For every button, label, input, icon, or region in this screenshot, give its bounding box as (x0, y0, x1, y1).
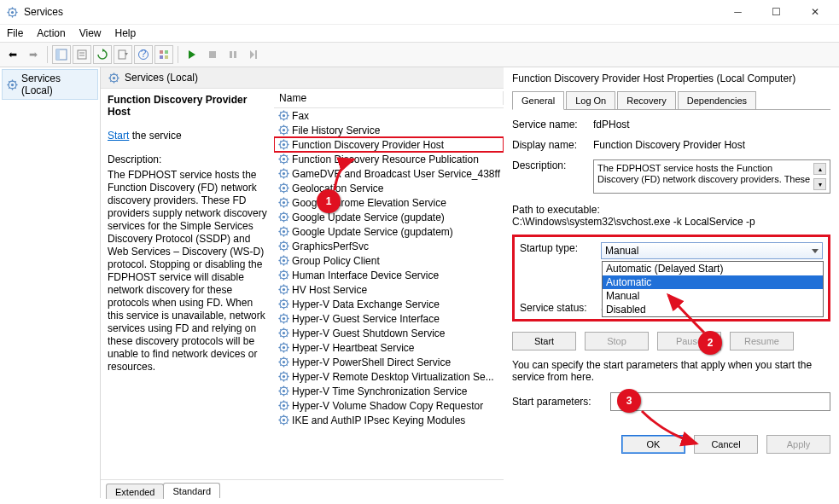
service-row[interactable]: Geolocation Service (274, 181, 504, 195)
help-button[interactable]: ? (134, 45, 153, 64)
tab-logon[interactable]: Log On (566, 91, 615, 110)
service-name: Group Policy Client (292, 255, 380, 267)
start-button[interactable]: Start (512, 332, 576, 350)
bottom-tabs: Extended Standard (101, 479, 504, 498)
service-row[interactable]: Hyper-V Heartbeat Service (274, 340, 504, 355)
gear-icon (108, 72, 119, 84)
mid-header: Services (Local) (101, 67, 504, 89)
service-name: Google Chrome Elevation Service (292, 197, 446, 209)
tab-general[interactable]: General (512, 91, 564, 110)
service-name: Hyper-V Guest Service Interface (292, 313, 440, 325)
service-row[interactable]: Google Update Service (gupdatem) (274, 224, 504, 239)
stop-button[interactable] (203, 45, 222, 64)
gear-icon (277, 342, 289, 354)
export-button[interactable] (114, 45, 132, 64)
service-row[interactable]: GraphicsPerfSvc (274, 239, 504, 253)
svg-text:?: ? (141, 49, 147, 60)
service-row[interactable]: Function Discovery Provider Host (274, 137, 504, 152)
service-row[interactable]: Hyper-V Guest Shutdown Service (274, 326, 504, 340)
service-name: Hyper-V Volume Shadow Copy Requestor (292, 400, 483, 412)
service-name-label: Service name: (512, 119, 593, 130)
close-button[interactable]: ✕ (795, 0, 834, 25)
grid-button[interactable] (154, 45, 173, 64)
pause-button[interactable] (224, 45, 242, 64)
service-row[interactable]: HV Host Service (274, 282, 504, 297)
gear-icon (277, 110, 289, 122)
gear-icon (277, 313, 289, 325)
service-row[interactable]: Function Discovery Resource Publication (274, 152, 504, 166)
maximize-button[interactable]: ☐ (757, 0, 795, 25)
service-row[interactable]: Group Policy Client (274, 253, 504, 268)
gear-icon (277, 211, 289, 223)
gear-icon (277, 400, 289, 412)
service-row[interactable]: IKE and AuthIP IPsec Keying Modules (274, 413, 504, 427)
service-name: Function Discovery Resource Publication (292, 154, 479, 165)
dropdown-item[interactable]: Automatic (603, 275, 823, 289)
apply-button[interactable]: Apply (766, 435, 830, 454)
gear-icon (277, 371, 289, 383)
gear-icon (277, 168, 289, 180)
service-row[interactable]: Google Chrome Elevation Service (274, 195, 504, 210)
menu-file[interactable]: File (7, 27, 23, 39)
svg-rect-12 (78, 50, 86, 59)
play-button[interactable] (183, 45, 201, 64)
tab-dependencies[interactable]: Dependencies (678, 91, 756, 110)
service-row[interactable]: Hyper-V Time Synchronization Service (274, 384, 504, 398)
service-row[interactable]: Human Interface Device Service (274, 268, 504, 282)
back-button[interactable]: ⬅ (3, 45, 22, 64)
refresh-button[interactable] (93, 45, 112, 64)
service-row[interactable]: GameDVR and Broadcast User Service_438ff (274, 166, 504, 181)
restart-button[interactable] (244, 45, 263, 64)
startup-type-combo[interactable]: Manual (601, 242, 823, 259)
tab-recovery[interactable]: Recovery (617, 91, 675, 110)
gear-icon (277, 182, 289, 194)
column-header-name[interactable]: Name (274, 89, 504, 108)
service-name: Fax (292, 110, 309, 122)
service-name: IKE and AuthIP IPsec Keying Modules (292, 414, 465, 426)
service-name: Hyper-V Remote Desktop Virtualization Se… (292, 371, 494, 383)
service-row[interactable]: Hyper-V Volume Shadow Copy Requestor (274, 398, 504, 413)
service-row[interactable]: Hyper-V PowerShell Direct Service (274, 355, 504, 369)
stop-button[interactable]: Stop (585, 332, 649, 350)
display-name-value: Function Discovery Provider Host (593, 139, 830, 151)
service-row[interactable]: File History Service (274, 123, 504, 137)
scroll-down-button[interactable]: ▾ (813, 178, 826, 190)
scroll-up-button[interactable]: ▴ (813, 163, 826, 175)
start-suffix: the service (129, 130, 181, 142)
gear-icon (277, 240, 289, 252)
service-row[interactable]: Hyper-V Guest Service Interface (274, 311, 504, 326)
svg-rect-29 (255, 50, 257, 59)
selected-service-title: Function Discovery Provider Host (108, 94, 267, 118)
menubar: File Action View Help (0, 25, 839, 42)
tab-extended[interactable]: Extended (106, 484, 164, 499)
gear-icon (277, 284, 289, 296)
dropdown-item[interactable]: Disabled (603, 303, 823, 316)
tab-standard[interactable]: Standard (163, 483, 220, 498)
menu-help[interactable]: Help (115, 27, 137, 39)
svg-rect-27 (234, 51, 236, 58)
service-row[interactable]: Hyper-V Remote Desktop Virtualization Se… (274, 369, 504, 384)
tree-root[interactable]: Services (Local) (2, 69, 98, 100)
gear-icon (277, 327, 289, 339)
properties-button[interactable] (73, 45, 91, 64)
resume-button[interactable]: Resume (730, 332, 794, 350)
gear-icon (277, 226, 289, 238)
service-row[interactable]: Google Update Service (gupdate) (274, 210, 504, 224)
minimize-button[interactable]: ─ (719, 0, 757, 25)
service-row[interactable]: Hyper-V Data Exchange Service (274, 297, 504, 311)
description-text: The FDPHOST service hosts the Function D… (108, 169, 267, 374)
service-name: Google Update Service (gupdatem) (292, 226, 453, 238)
tree-root-label: Services (Local) (21, 72, 94, 96)
dropdown-item[interactable]: Manual (603, 289, 823, 303)
start-link[interactable]: Start (108, 130, 129, 142)
menu-action[interactable]: Action (37, 27, 65, 39)
service-name: Google Update Service (gupdate) (292, 211, 445, 223)
show-hide-button[interactable] (52, 45, 71, 64)
service-row[interactable]: Fax (274, 108, 504, 123)
gear-icon (277, 125, 289, 136)
menu-view[interactable]: View (79, 27, 102, 39)
dropdown-item[interactable]: Automatic (Delayed Start) (603, 262, 823, 275)
forward-button[interactable]: ➡ (24, 45, 43, 64)
service-name: Hyper-V Time Synchronization Service (292, 385, 467, 397)
gear-icon (277, 269, 289, 281)
